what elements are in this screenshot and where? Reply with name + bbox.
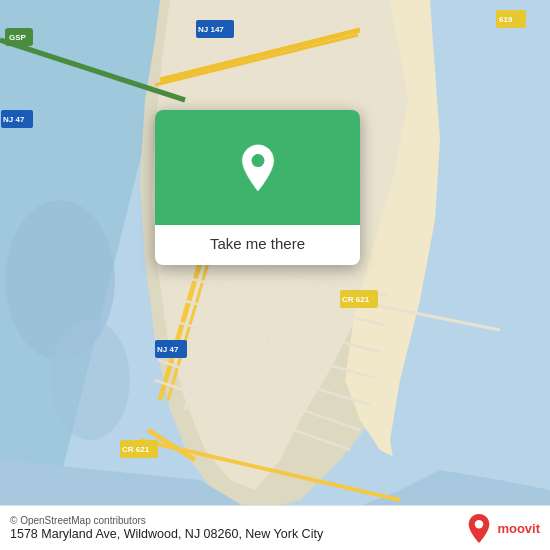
svg-text:CR 621: CR 621 <box>122 445 150 454</box>
location-pin-icon <box>236 143 280 193</box>
popup-green-area <box>155 110 360 225</box>
take-me-there-button[interactable]: Take me there <box>210 235 305 252</box>
svg-point-2 <box>50 320 130 440</box>
popup-card: Take me there <box>155 110 360 265</box>
svg-text:NJ 47: NJ 47 <box>3 115 25 124</box>
svg-text:NJ 147: NJ 147 <box>198 25 224 34</box>
svg-point-41 <box>475 520 483 528</box>
osm-credit: © OpenStreetMap contributors <box>10 515 323 526</box>
svg-text:CR 621: CR 621 <box>342 295 370 304</box>
bottom-info: © OpenStreetMap contributors 1578 Maryla… <box>10 515 323 541</box>
svg-text:GSP: GSP <box>9 33 27 42</box>
moovit-pin-icon <box>466 513 492 543</box>
svg-point-40 <box>251 154 264 167</box>
moovit-text: moovit <box>497 521 540 536</box>
svg-text:NJ 47: NJ 47 <box>157 345 179 354</box>
svg-text:619: 619 <box>499 15 513 24</box>
map-container: GSP NJ 47 NJ 147 619 NJ 47 CR 621 CR 621 <box>0 0 550 550</box>
address-text: 1578 Maryland Ave, Wildwood, NJ 08260, N… <box>10 527 323 541</box>
popup-button-area: Take me there <box>155 225 360 265</box>
moovit-logo: moovit <box>466 513 540 543</box>
bottom-bar: © OpenStreetMap contributors 1578 Maryla… <box>0 505 550 550</box>
